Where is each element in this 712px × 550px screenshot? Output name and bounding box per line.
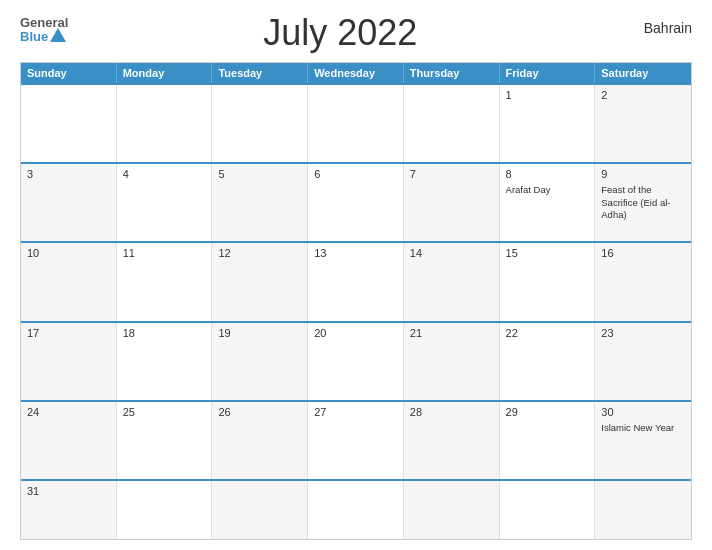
- cal-cell-r4-fri: 22: [500, 323, 596, 400]
- logo-blue-text: Blue: [20, 30, 48, 44]
- header-tuesday: Tuesday: [212, 63, 308, 83]
- cal-row-4: 17 18 19 20 21 22 23: [21, 321, 691, 400]
- day-4: 4: [123, 168, 206, 180]
- day-15: 15: [506, 247, 589, 259]
- cal-cell-r3-wed: 13: [308, 243, 404, 320]
- logo: General Blue: [20, 16, 68, 45]
- header-sunday: Sunday: [21, 63, 117, 83]
- cal-cell-r6-fri: [500, 481, 596, 539]
- cal-cell-r2-tue: 5: [212, 164, 308, 241]
- cal-cell-r6-tue: [212, 481, 308, 539]
- cal-cell-r4-sat: 23: [595, 323, 691, 400]
- header-monday: Monday: [117, 63, 213, 83]
- cal-cell-r1-fri: 1: [500, 85, 596, 162]
- cal-cell-r6-sat: [595, 481, 691, 539]
- day-2: 2: [601, 89, 685, 101]
- calendar-header: Sunday Monday Tuesday Wednesday Thursday…: [21, 63, 691, 83]
- day-3: 3: [27, 168, 110, 180]
- cal-cell-r5-thu: 28: [404, 402, 500, 479]
- cal-cell-r2-wed: 6: [308, 164, 404, 241]
- day-21: 21: [410, 327, 493, 339]
- day-20: 20: [314, 327, 397, 339]
- day-11: 11: [123, 247, 206, 259]
- cal-cell-r1-sun: [21, 85, 117, 162]
- cal-cell-r2-fri: 8 Arafat Day: [500, 164, 596, 241]
- cal-cell-r1-thu: [404, 85, 500, 162]
- cal-cell-r5-mon: 25: [117, 402, 213, 479]
- day-12: 12: [218, 247, 301, 259]
- day-17: 17: [27, 327, 110, 339]
- header-saturday: Saturday: [595, 63, 691, 83]
- day-8: 8: [506, 168, 589, 180]
- cal-cell-r6-mon: [117, 481, 213, 539]
- cal-cell-r3-thu: 14: [404, 243, 500, 320]
- country-label: Bahrain: [612, 16, 692, 36]
- header: General Blue July 2022 Bahrain: [20, 16, 692, 54]
- cal-cell-r2-mon: 4: [117, 164, 213, 241]
- day-31: 31: [27, 485, 110, 497]
- header-wednesday: Wednesday: [308, 63, 404, 83]
- day-27: 27: [314, 406, 397, 418]
- cal-cell-r5-tue: 26: [212, 402, 308, 479]
- cal-cell-r4-wed: 20: [308, 323, 404, 400]
- calendar: Sunday Monday Tuesday Wednesday Thursday…: [20, 62, 692, 540]
- day-28: 28: [410, 406, 493, 418]
- day-22: 22: [506, 327, 589, 339]
- cal-cell-r4-tue: 19: [212, 323, 308, 400]
- day-18: 18: [123, 327, 206, 339]
- cal-row-1: 1 2: [21, 83, 691, 162]
- cal-cell-r6-wed: [308, 481, 404, 539]
- event-islamic-new-year: Islamic New Year: [601, 422, 685, 434]
- day-25: 25: [123, 406, 206, 418]
- day-5: 5: [218, 168, 301, 180]
- cal-cell-r1-wed: [308, 85, 404, 162]
- cal-cell-r6-sun: 31: [21, 481, 117, 539]
- cal-cell-r3-tue: 12: [212, 243, 308, 320]
- day-30: 30: [601, 406, 685, 418]
- cal-cell-r1-mon: [117, 85, 213, 162]
- cal-cell-r4-mon: 18: [117, 323, 213, 400]
- cal-cell-r3-mon: 11: [117, 243, 213, 320]
- header-thursday: Thursday: [404, 63, 500, 83]
- cal-row-5: 24 25 26 27 28 29 30 I: [21, 400, 691, 479]
- day-1: 1: [506, 89, 589, 101]
- cal-row-6: 31: [21, 479, 691, 539]
- cal-row-3: 10 11 12 13 14 15 16: [21, 241, 691, 320]
- cal-cell-r4-thu: 21: [404, 323, 500, 400]
- day-23: 23: [601, 327, 685, 339]
- day-16: 16: [601, 247, 685, 259]
- day-26: 26: [218, 406, 301, 418]
- cal-cell-r2-sat: 9 Feast of the Sacrifice (Eid al-Adha): [595, 164, 691, 241]
- day-9: 9: [601, 168, 685, 180]
- day-7: 7: [410, 168, 493, 180]
- cal-cell-r6-thu: [404, 481, 500, 539]
- cal-cell-r3-sun: 10: [21, 243, 117, 320]
- cal-cell-r2-sun: 3: [21, 164, 117, 241]
- day-24: 24: [27, 406, 110, 418]
- day-14: 14: [410, 247, 493, 259]
- logo-triangle-icon: [50, 28, 66, 42]
- calendar-body: 1 2 3 4 5 6: [21, 83, 691, 539]
- cal-cell-r3-fri: 15: [500, 243, 596, 320]
- day-6: 6: [314, 168, 397, 180]
- month-title: July 2022: [68, 12, 612, 54]
- cal-cell-r5-sat: 30 Islamic New Year: [595, 402, 691, 479]
- cal-cell-r4-sun: 17: [21, 323, 117, 400]
- day-29: 29: [506, 406, 589, 418]
- cal-cell-r5-wed: 27: [308, 402, 404, 479]
- day-19: 19: [218, 327, 301, 339]
- cal-cell-r3-sat: 16: [595, 243, 691, 320]
- cal-cell-r1-tue: [212, 85, 308, 162]
- page: General Blue July 2022 Bahrain Sunday Mo…: [0, 0, 712, 550]
- header-friday: Friday: [500, 63, 596, 83]
- cal-cell-r1-sat: 2: [595, 85, 691, 162]
- event-arafat: Arafat Day: [506, 184, 589, 196]
- day-13: 13: [314, 247, 397, 259]
- cal-cell-r5-fri: 29: [500, 402, 596, 479]
- event-eid: Feast of the Sacrifice (Eid al-Adha): [601, 184, 685, 221]
- cal-row-2: 3 4 5 6 7 8 Arafat Day: [21, 162, 691, 241]
- day-10: 10: [27, 247, 110, 259]
- cal-cell-r5-sun: 24: [21, 402, 117, 479]
- cal-cell-r2-thu: 7: [404, 164, 500, 241]
